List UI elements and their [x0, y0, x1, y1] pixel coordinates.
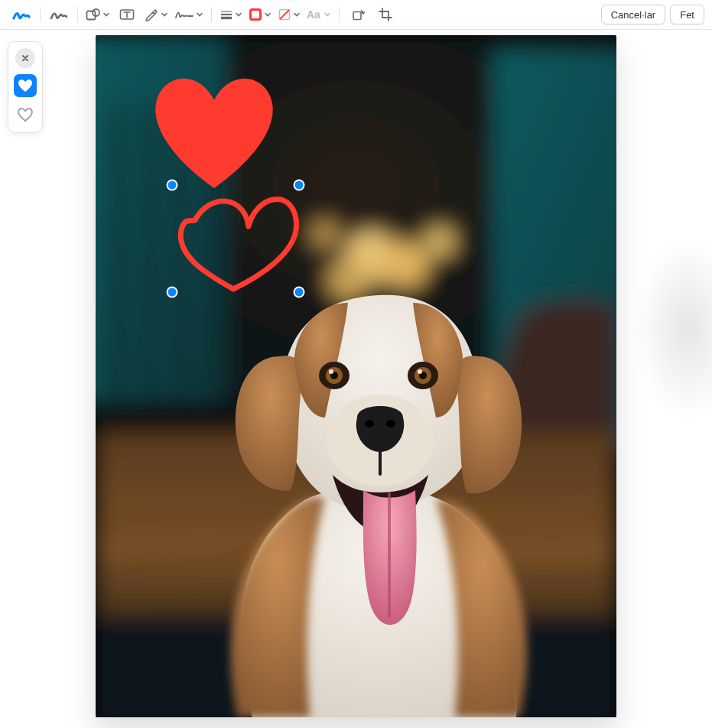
palette-close-button[interactable]	[15, 48, 35, 68]
svg-text:Aa: Aa	[307, 8, 320, 21]
heart-outline-icon	[17, 107, 34, 122]
canvas-shadow	[612, 199, 712, 459]
selection-handle-tl[interactable]	[167, 180, 178, 191]
separator	[77, 7, 78, 22]
selection-handle-tr[interactable]	[294, 180, 305, 191]
palette-option-filled-heart[interactable]	[14, 74, 37, 97]
crop-tool[interactable]	[372, 4, 399, 25]
shapes-icon	[86, 8, 101, 21]
crop-icon	[379, 8, 392, 21]
draw-tool[interactable]	[45, 4, 73, 25]
cancel-button[interactable]: Cancel·lar	[601, 5, 666, 24]
chevron-down-icon	[293, 11, 301, 18]
textbox-icon	[119, 8, 135, 21]
svg-point-35	[365, 420, 374, 427]
svg-point-32	[329, 369, 333, 374]
highlight-tool[interactable]	[141, 4, 171, 25]
done-button[interactable]: Fet	[670, 5, 704, 24]
scribble-icon	[12, 8, 31, 21]
svg-point-33	[418, 369, 422, 374]
svg-rect-3	[251, 10, 261, 20]
chevron-down-icon	[235, 11, 242, 18]
chevron-down-icon	[196, 11, 203, 18]
markup-window: Aa Cancel·lar Fet	[0, 0, 712, 728]
stroke-color-tool[interactable]	[245, 4, 275, 25]
sketch-suggestion-palette[interactable]	[8, 41, 43, 133]
svg-point-18	[328, 260, 368, 300]
image-canvas[interactable]	[96, 35, 616, 717]
separator	[211, 7, 212, 22]
line-style-tool[interactable]	[216, 4, 245, 25]
highlighter-icon	[144, 8, 159, 21]
scribble-outline-icon	[50, 8, 68, 21]
separator	[339, 7, 340, 22]
selection-handle-bl[interactable]	[167, 287, 178, 298]
heart-filled-icon	[17, 78, 34, 93]
rotate-tool[interactable]	[344, 4, 372, 25]
chevron-down-icon	[323, 11, 331, 18]
svg-point-17	[382, 242, 428, 288]
sign-tool[interactable]	[171, 4, 206, 25]
text-style-tool[interactable]: Aa	[304, 4, 334, 25]
fill-color-tool[interactable]	[275, 4, 304, 25]
svg-line-5	[280, 10, 289, 19]
text-style-icon: Aa	[307, 8, 322, 21]
fill-color-icon	[278, 8, 291, 21]
svg-rect-7	[353, 12, 361, 20]
rotate-icon	[351, 8, 365, 21]
shapes-tool[interactable]	[83, 4, 113, 25]
svg-point-1	[93, 9, 99, 16]
markup-toolbar: Aa Cancel·lar Fet	[0, 0, 712, 30]
separator	[40, 7, 41, 22]
close-icon	[21, 54, 30, 63]
svg-point-19	[424, 226, 455, 257]
selection-handle-br[interactable]	[294, 287, 305, 298]
chevron-down-icon	[102, 11, 110, 18]
text-tool[interactable]	[113, 4, 141, 25]
signature-icon	[174, 8, 194, 21]
photo-svg	[96, 35, 616, 717]
chevron-down-icon	[161, 11, 168, 18]
stroke-color-icon	[249, 8, 262, 21]
sketch-tool[interactable]	[8, 4, 35, 25]
svg-point-20	[311, 220, 339, 248]
svg-point-36	[386, 420, 395, 427]
chevron-down-icon	[264, 11, 271, 18]
palette-option-outline-heart[interactable]	[14, 103, 37, 126]
line-weight-icon	[219, 8, 233, 21]
